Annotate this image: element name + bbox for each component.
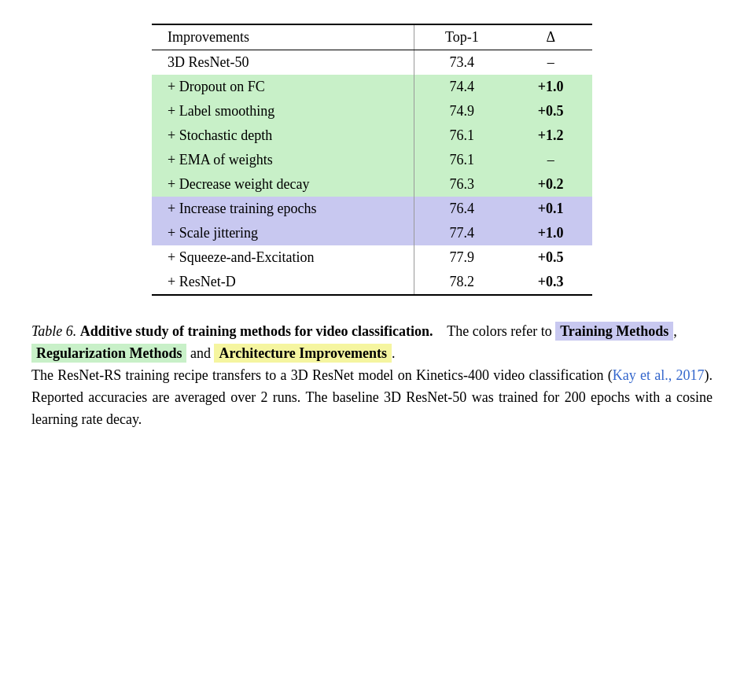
citation-link[interactable]: Kay et al., 2017 (613, 367, 705, 383)
cell-top1: 76.1 (414, 148, 510, 172)
cell-improvement: + Squeeze-and-Excitation (152, 245, 414, 270)
cell-delta: +1.2 (509, 123, 592, 148)
caption-period: . (392, 345, 396, 361)
architecture-improvements-label: Architecture Improvements (214, 344, 391, 363)
cell-improvement: + EMA of weights (152, 148, 414, 172)
cell-top1: 78.2 (414, 270, 510, 295)
table-row: + ResNet-D78.2+0.3 (152, 270, 592, 295)
col-header-top1: Top-1 (414, 24, 510, 50)
results-table: Improvements Top-1 Δ 3D ResNet-5073.4–+ … (152, 24, 592, 296)
table-row: + Dropout on FC74.4+1.0 (152, 75, 592, 99)
cell-top1: 76.3 (414, 172, 510, 197)
cell-delta: – (509, 50, 592, 76)
table-row: + Increase training epochs76.4+0.1 (152, 197, 592, 221)
cell-top1: 77.4 (414, 221, 510, 245)
results-table-container: Improvements Top-1 Δ 3D ResNet-5073.4–+ … (31, 24, 713, 296)
cell-delta: +0.2 (509, 172, 592, 197)
table-row: + Squeeze-and-Excitation77.9+0.5 (152, 245, 592, 270)
cell-top1: 74.4 (414, 75, 510, 99)
cell-delta: +1.0 (509, 75, 592, 99)
table-caption: Table 6. Additive study of training meth… (31, 321, 713, 430)
table-row: + EMA of weights76.1– (152, 148, 592, 172)
table-row: 3D ResNet-5073.4– (152, 50, 592, 76)
cell-improvement: + ResNet-D (152, 270, 414, 295)
cell-improvement: + Label smoothing (152, 99, 414, 123)
table-row: + Decrease weight decay76.3+0.2 (152, 172, 592, 197)
cell-delta: +1.0 (509, 221, 592, 245)
col-header-improvements: Improvements (152, 24, 414, 50)
cell-improvement: + Increase training epochs (152, 197, 414, 221)
cell-improvement: 3D ResNet-50 (152, 50, 414, 76)
table-row: + Scale jittering77.4+1.0 (152, 221, 592, 245)
table-row: + Stochastic depth76.1+1.2 (152, 123, 592, 148)
caption-comma: , (673, 323, 677, 339)
caption-table-ref: Table 6. (31, 323, 76, 339)
cell-top1: 77.9 (414, 245, 510, 270)
cell-top1: 76.1 (414, 123, 510, 148)
cell-delta: +0.1 (509, 197, 592, 221)
cell-delta: +0.5 (509, 99, 592, 123)
cell-improvement: + Stochastic depth (152, 123, 414, 148)
cell-delta: +0.5 (509, 245, 592, 270)
cell-top1: 76.4 (414, 197, 510, 221)
cell-top1: 74.9 (414, 99, 510, 123)
cell-improvement: + Scale jittering (152, 221, 414, 245)
col-header-delta: Δ (509, 24, 592, 50)
table-row: + Label smoothing74.9+0.5 (152, 99, 592, 123)
cell-improvement: + Decrease weight decay (152, 172, 414, 197)
cell-delta: – (509, 148, 592, 172)
table-header-row: Improvements Top-1 Δ (152, 24, 592, 50)
caption-and: and (190, 345, 215, 361)
cell-top1: 73.4 (414, 50, 510, 76)
training-methods-label: Training Methods (555, 322, 673, 341)
regularization-methods-label: Regularization Methods (31, 344, 186, 363)
cell-improvement: + Dropout on FC (152, 75, 414, 99)
caption-text2: The ResNet-RS training recipe transfers … (31, 367, 613, 383)
caption-bold-text: Additive study of training methods for v… (80, 323, 433, 339)
caption-text1: The colors refer to (447, 323, 551, 339)
cell-delta: +0.3 (509, 270, 592, 295)
